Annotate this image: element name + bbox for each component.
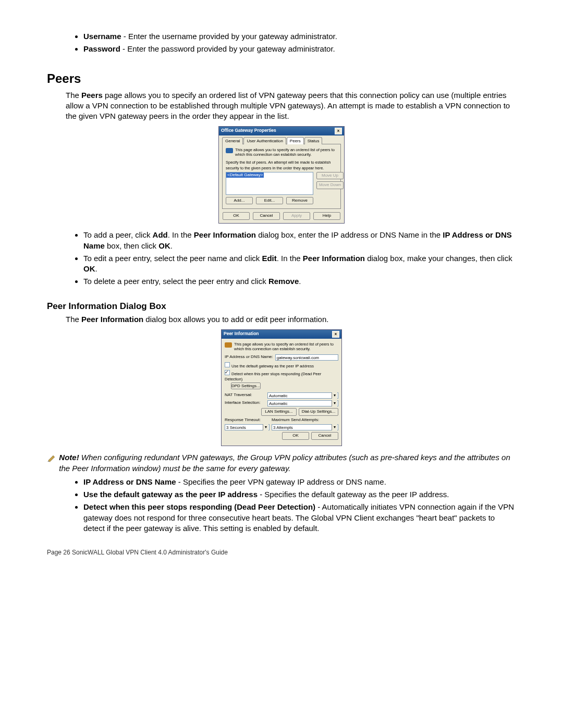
add-button[interactable]: Add... bbox=[226, 197, 253, 205]
max-select[interactable]: 3 Attempts bbox=[272, 424, 338, 430]
list-item[interactable]: <Default Gateway> bbox=[226, 172, 264, 178]
tab-status[interactable]: Status bbox=[304, 137, 323, 145]
definitions-list: IP Address or DNS Name - Specifies the p… bbox=[47, 477, 516, 534]
remove-button[interactable]: Remove bbox=[286, 197, 313, 205]
dpd-checkbox[interactable] bbox=[225, 370, 230, 375]
dpd-label: Detect when this peer stops responding (… bbox=[225, 372, 321, 381]
note-label: Note! bbox=[59, 453, 79, 462]
peer-information-dialog: Peer Information x This page allows you … bbox=[47, 329, 516, 447]
dialog-title: Peer Information bbox=[224, 331, 259, 337]
nat-label: NAT Traversal: bbox=[225, 392, 265, 398]
peers-intro: The Peers page allows you to specify an … bbox=[66, 90, 516, 122]
office-gateway-properties-dialog: Office Gateway Properties x General User… bbox=[47, 126, 516, 224]
dialog-title: Office Gateway Properties bbox=[221, 128, 276, 133]
note-text: When configuring redundant VPN gateways,… bbox=[59, 453, 510, 472]
list-item: Detect when this peer stops responding (… bbox=[83, 502, 516, 534]
peers-listbox[interactable]: <Default Gateway> bbox=[226, 172, 313, 195]
field-desc: - Enter the username provided by your ga… bbox=[121, 32, 337, 41]
field-label: Username bbox=[83, 32, 121, 41]
ip-input[interactable]: gateway.sonicwall.com bbox=[275, 354, 338, 361]
close-icon[interactable]: x bbox=[332, 331, 339, 338]
peer-info-intro: The Peer Information dialog box allows y… bbox=[66, 314, 516, 325]
edit-button[interactable]: Edit... bbox=[256, 197, 283, 205]
note-block: Note! When configuring redundant VPN gat… bbox=[47, 452, 516, 474]
cancel-button[interactable]: Cancel bbox=[253, 212, 280, 220]
page-footer: Page 26 SonicWALL Global VPN Client 4.0 … bbox=[47, 548, 516, 557]
lan-settings-button[interactable]: LAN Settings... bbox=[261, 408, 297, 416]
ok-button[interactable]: OK bbox=[223, 212, 250, 220]
field-label: Password bbox=[83, 44, 120, 53]
note-icon bbox=[47, 452, 56, 464]
spec-text: Specify the list of peers. An attempt wi… bbox=[226, 160, 337, 170]
peer-info-heading: Peer Information Dialog Box bbox=[47, 301, 516, 313]
apply-button[interactable]: Apply bbox=[283, 212, 310, 220]
list-item: Use the default gateway as the peer IP a… bbox=[83, 489, 516, 500]
intro-list: Username - Enter the username provided b… bbox=[47, 31, 516, 55]
move-up-button[interactable]: Move Up bbox=[316, 172, 344, 180]
resp-select[interactable]: 3 Seconds bbox=[225, 424, 270, 430]
hint-text: This page allows you to specify an order… bbox=[234, 342, 338, 351]
dpd-settings-button[interactable]: DPD Settings... bbox=[231, 382, 261, 389]
peers-heading: Peers bbox=[47, 70, 516, 87]
nat-select[interactable]: Automatic bbox=[267, 392, 338, 399]
list-item: IP Address or DNS Name - Specifies the p… bbox=[83, 477, 516, 487]
tab-peers[interactable]: Peers bbox=[287, 137, 304, 145]
cancel-button[interactable]: Cancel bbox=[311, 432, 338, 440]
peers-instructions-list: To add a peer, click Add. In the Peer In… bbox=[47, 230, 516, 287]
dialup-settings-button[interactable]: Dial-Up Settings... bbox=[299, 408, 338, 416]
help-button[interactable]: Help bbox=[313, 212, 340, 220]
use-default-checkbox[interactable] bbox=[225, 362, 230, 367]
max-label: Maximum Send Attempts: bbox=[272, 417, 319, 423]
ok-button[interactable]: OK bbox=[282, 432, 309, 440]
list-item: To delete a peer entry, select the peer … bbox=[83, 276, 516, 287]
list-item: Username - Enter the username provided b… bbox=[83, 31, 516, 42]
iface-label: Interface Selection: bbox=[225, 400, 265, 406]
tab-general[interactable]: General bbox=[222, 137, 243, 145]
monitor-icon bbox=[226, 148, 233, 153]
use-default-label: Use the default gateway as the peer IP a… bbox=[231, 364, 314, 368]
list-item: Password - Enter the password provided b… bbox=[83, 44, 516, 54]
move-down-button[interactable]: Move Down bbox=[316, 181, 344, 189]
hint-text: This page allows you to specify an order… bbox=[235, 147, 337, 157]
list-item: To edit a peer entry, select the peer na… bbox=[83, 253, 516, 275]
close-icon[interactable]: x bbox=[335, 128, 342, 134]
list-item: To add a peer, click Add. In the Peer In… bbox=[83, 230, 516, 251]
field-desc: - Enter the password provided by your ga… bbox=[120, 44, 335, 53]
tab-user-authentication[interactable]: User Authentication bbox=[243, 137, 286, 145]
padlock-icon bbox=[225, 342, 232, 348]
ip-label: IP Address or DNS Name: bbox=[225, 354, 273, 360]
iface-select[interactable]: Automatic bbox=[267, 400, 338, 406]
resp-label: Response Timeout: bbox=[225, 417, 265, 423]
